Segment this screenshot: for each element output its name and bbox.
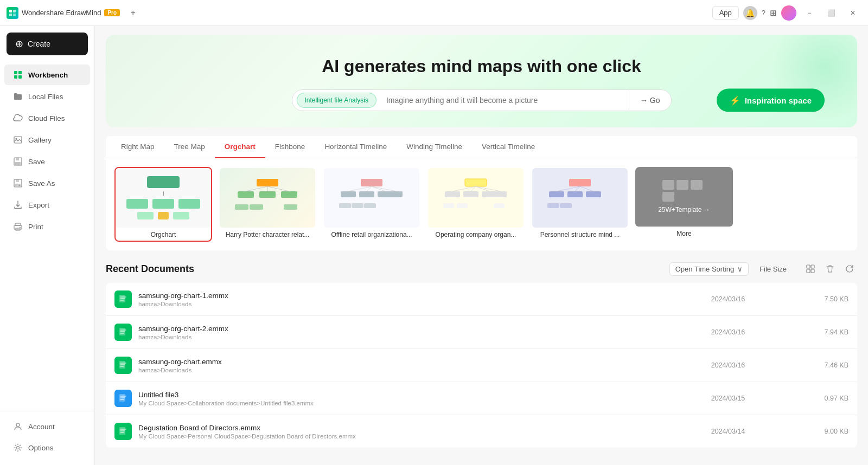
- template-card-personnel-structure[interactable]: Personnel structure mind ...: [531, 167, 629, 242]
- template-card-label-personnel-structure: Personnel structure mind ...: [532, 228, 628, 241]
- pro-badge: Pro: [104, 9, 120, 16]
- sort-button[interactable]: Open Time Sorting ∨: [669, 262, 749, 276]
- maximize-button[interactable]: ⬜: [822, 4, 840, 22]
- doc-size-1: 7.50 KB: [783, 295, 848, 303]
- template-card-img-harry-potter: [220, 168, 315, 228]
- svg-rect-61: [547, 203, 559, 208]
- user-avatar[interactable]: [781, 5, 796, 21]
- help-button[interactable]: ?: [762, 9, 765, 17]
- svg-line-63: [557, 186, 580, 191]
- doc-list: samsung-org-chart-1.emmx hamza>Downloads…: [106, 283, 857, 448]
- org-node-mid-2: [152, 199, 174, 209]
- svg-rect-7: [18, 75, 22, 79]
- sidebar-item-workbench[interactable]: Workbench: [4, 64, 90, 85]
- sidebar-item-options[interactable]: Options: [4, 437, 90, 458]
- doc-icon-2: [114, 324, 132, 341]
- svg-rect-3: [13, 14, 16, 16]
- doc-item-3[interactable]: samsung-org-chart.emmx hamza>Downloads 2…: [106, 349, 857, 382]
- svg-rect-34: [341, 191, 356, 197]
- svg-rect-6: [14, 75, 17, 79]
- doc-icon-5: [114, 423, 132, 440]
- file-size-label: File Size: [760, 265, 787, 273]
- minimize-button[interactable]: −: [801, 4, 818, 22]
- go-button[interactable]: → Go: [629, 91, 671, 110]
- orgchart-preview: [120, 170, 207, 226]
- org-row-mid: [126, 199, 200, 209]
- template-card-harry-potter[interactable]: Harry Potter character relat...: [219, 167, 316, 242]
- app-logo-icon: [7, 7, 18, 19]
- svg-rect-68: [807, 269, 810, 273]
- doc-info-1: samsung-org-chart-1.emmx hamza>Downloads: [138, 292, 673, 307]
- tab-horizontal-timeline[interactable]: Horizontal Timeline: [315, 136, 397, 158]
- template-card-more[interactable]: 25W+Template → More: [635, 167, 733, 242]
- doc-size-5: 9.00 KB: [783, 428, 848, 435]
- svg-rect-33: [361, 179, 382, 186]
- print-label: Print: [28, 223, 43, 231]
- doc-icon-4: [114, 390, 132, 407]
- app-button[interactable]: App: [712, 6, 739, 20]
- create-button[interactable]: ⊕ Create: [7, 33, 88, 55]
- doc-item-2[interactable]: samsung-org-chart-2.emmx hamza>Downloads…: [106, 316, 857, 349]
- delete-button[interactable]: [822, 261, 838, 276]
- sidebar-item-save-as[interactable]: + Save As: [4, 173, 90, 193]
- list-view-button[interactable]: [803, 261, 818, 276]
- svg-rect-8: [14, 137, 22, 143]
- org-node-top: [147, 176, 180, 188]
- refresh-button[interactable]: [842, 261, 857, 276]
- notification-icon[interactable]: 🔔: [743, 6, 757, 20]
- tab-orgchart[interactable]: Orgchart: [215, 136, 265, 158]
- tab-vertical-timeline[interactable]: Vertical Timeline: [472, 136, 545, 158]
- doc-item-4[interactable]: Untitled file3 My Cloud Space>Collaborat…: [106, 382, 857, 415]
- search-tag[interactable]: Intelligent file Analysis: [297, 93, 376, 108]
- workbench-label: Workbench: [28, 71, 68, 79]
- svg-rect-28: [250, 204, 263, 210]
- svg-rect-60: [586, 191, 601, 197]
- sidebar-item-gallery[interactable]: Gallery: [4, 130, 90, 150]
- add-tab-button[interactable]: +: [125, 5, 141, 21]
- tab-winding-timeline[interactable]: Winding Timeline: [397, 136, 472, 158]
- svg-rect-4: [14, 71, 17, 74]
- sidebar-item-export[interactable]: Export: [4, 195, 90, 215]
- svg-line-32: [267, 186, 289, 191]
- doc-item-5[interactable]: Degustation Board of Directors.emmx My C…: [106, 415, 857, 448]
- template-grid: Orgchart: [106, 158, 857, 250]
- hero-banner: AI generates mind maps with one click In…: [106, 35, 857, 127]
- sidebar-item-local-files[interactable]: Local Files: [4, 86, 90, 107]
- grid-menu-button[interactable]: ⊞: [770, 8, 777, 18]
- sidebar-item-save[interactable]: Save: [4, 151, 90, 172]
- doc-size-3: 7.46 KB: [783, 361, 848, 369]
- svg-rect-1: [13, 10, 16, 12]
- options-label: Options: [28, 444, 54, 452]
- options-icon: [13, 443, 23, 453]
- account-label: Account: [28, 423, 55, 431]
- svg-line-30: [246, 186, 267, 191]
- doc-info-2: samsung-org-chart-2.emmx hamza>Downloads: [138, 325, 673, 340]
- sidebar-item-cloud-files[interactable]: Cloud Files: [4, 108, 90, 128]
- svg-line-44: [372, 186, 397, 191]
- tab-right-map[interactable]: Right Map: [111, 136, 164, 158]
- doc-item-1[interactable]: samsung-org-chart-1.emmx hamza>Downloads…: [106, 283, 857, 316]
- sidebar-item-print[interactable]: Print: [4, 216, 90, 237]
- search-input[interactable]: [381, 96, 629, 105]
- svg-line-56: [476, 186, 501, 191]
- template-card-operating-company[interactable]: Operating company organ...: [427, 167, 525, 242]
- org-node-mid-3: [178, 199, 200, 209]
- recent-title: Recent Documents: [106, 263, 669, 275]
- tab-tree-map[interactable]: Tree Map: [164, 136, 215, 158]
- template-card-orgchart[interactable]: Orgchart: [114, 167, 212, 242]
- template-card-label-harry-potter: Harry Potter character relat...: [220, 228, 315, 241]
- doc-name-3: samsung-org-chart.emmx: [138, 358, 673, 366]
- gallery-label: Gallery: [28, 136, 52, 144]
- hero-search: Intelligent file Analysis → Go: [292, 89, 672, 111]
- inspiration-button[interactable]: ⚡ Inspiration space: [717, 89, 825, 112]
- svg-rect-59: [567, 191, 583, 197]
- save-icon: [13, 157, 23, 166]
- svg-point-21: [16, 423, 20, 427]
- close-button[interactable]: ✕: [844, 4, 861, 22]
- recent-section: Recent Documents Open Time Sorting ∨ Fil…: [106, 261, 857, 448]
- gallery-icon: [13, 135, 23, 145]
- sidebar-item-account[interactable]: Account: [4, 416, 90, 437]
- template-card-offline-retail[interactable]: Offline retail organizationa...: [323, 167, 420, 242]
- tab-fishbone[interactable]: Fishbone: [265, 136, 315, 158]
- account-icon: [13, 422, 23, 431]
